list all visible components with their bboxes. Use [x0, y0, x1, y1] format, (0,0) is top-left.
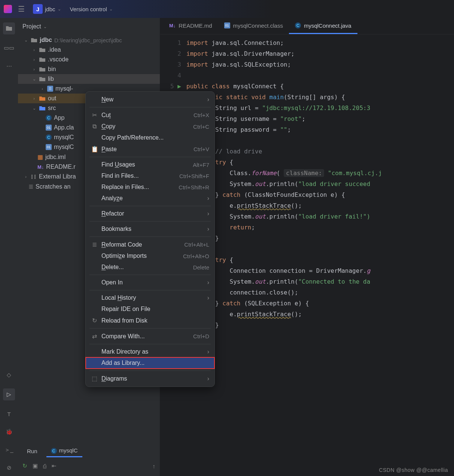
tree-item-lib[interactable]: ⌄ lib — [18, 74, 160, 84]
tree-label: External Libra — [39, 173, 76, 180]
build-tool-button[interactable]: T — [4, 409, 13, 418]
run-tool-button[interactable]: ▷ — [3, 388, 15, 400]
class-icon: C — [46, 115, 52, 121]
tree-label: .idea — [48, 46, 61, 53]
stop-button[interactable]: ▣ — [33, 463, 38, 469]
ctx-open-in[interactable]: Open In› — [86, 277, 214, 288]
class-icon: C — [51, 448, 57, 454]
editor-tabs: M↓ README.md 01 mysqlConnect.class C mys… — [160, 18, 454, 34]
ctx-refactor[interactable]: Refactor› — [86, 208, 214, 219]
tab-label: mysqlConnect.java — [304, 22, 351, 29]
expander-icon[interactable]: ⌄ — [31, 77, 37, 82]
ctx-find-usages[interactable]: Find UsagesAlt+F7 — [86, 159, 214, 170]
tab-java[interactable]: C mysqlConnect.java — [289, 18, 357, 34]
left-tool-rail: ▭▭ ⋯ ◇ ▷ T 🐞 ＞_ ⊘ — [0, 18, 18, 476]
project-tool-button[interactable] — [3, 22, 15, 34]
services-tool-button[interactable]: ◇ — [4, 370, 13, 379]
ctx-cut[interactable]: ✂CutCtrl+X — [86, 109, 214, 121]
classfile-icon: 01 — [224, 22, 230, 28]
tree-label: Scratches an — [36, 183, 70, 190]
project-chip-icon: J — [33, 4, 43, 14]
screenshot-button[interactable]: ⎙ — [43, 463, 46, 469]
ctx-mark-directory-as[interactable]: Mark Directory as› — [86, 346, 214, 357]
expander-icon[interactable]: › — [31, 96, 37, 101]
tab-class[interactable]: 01 mysqlConnect.class — [218, 18, 289, 34]
ctx-reload-from-disk[interactable]: ↻Reload from Disk — [86, 315, 214, 326]
tree-label: src — [48, 105, 56, 112]
tree-item-bin[interactable]: › bin — [18, 64, 160, 74]
chevron-down-icon: ⌄ — [58, 7, 61, 12]
intellij-logo-icon — [4, 5, 12, 13]
tree-label: README.r — [46, 164, 75, 170]
markdown-icon: M↓ — [169, 23, 176, 28]
ctx-delete[interactable]: Delete...Delete — [86, 262, 214, 273]
ctx-find-in-files[interactable]: Find in Files...Ctrl+Shift+F — [86, 170, 214, 181]
tree-label: jdbc.iml — [45, 154, 65, 161]
ctx-diagrams[interactable]: ⬚Diagrams› — [86, 373, 214, 384]
expander-icon[interactable]: › — [23, 174, 28, 179]
tree-label: mysqlC — [54, 134, 74, 141]
ctx-replace-in-files[interactable]: Replace in Files...Ctrl+Shift+R — [86, 181, 214, 193]
run-gutter-icon[interactable]: ▶ — [177, 83, 181, 90]
tree-label: jdbc — [40, 37, 52, 43]
ctx-optimize-imports[interactable]: Optimize ImportsCtrl+Alt+O — [86, 250, 214, 262]
markdown-icon: M↓ — [37, 164, 44, 170]
context-menu: New› ✂CutCtrl+X ⧉CopyCtrl+C Copy Path/Re… — [85, 91, 215, 387]
reformat-icon: ≣ — [91, 241, 98, 248]
expander-icon[interactable]: ⌄ — [31, 106, 37, 111]
classfile-icon: 01 — [46, 144, 52, 150]
rerun-button[interactable]: ↻ — [22, 463, 27, 469]
scratches-icon: ≣ — [28, 183, 33, 190]
project-panel-header[interactable]: Project ⌄ — [18, 18, 160, 35]
ctx-repair-ide[interactable]: Repair IDE on File — [86, 303, 214, 315]
ctx-analyze[interactable]: Analyze› — [86, 193, 214, 204]
exit-button[interactable]: ⇤ — [52, 463, 57, 469]
version-control-menu[interactable]: Version control ⌄ — [68, 4, 115, 14]
iml-icon: ▦ — [37, 153, 43, 161]
project-selector[interactable]: J jdbc ⌄ — [31, 3, 63, 15]
jar-icon: ☰ — [47, 86, 53, 92]
ctx-reformat[interactable]: ≣Reformat CodeCtrl+Alt+L — [86, 239, 214, 250]
tab-label: README.md — [179, 22, 212, 29]
more-tool-button[interactable]: ⋯ — [4, 61, 13, 70]
reload-icon: ↻ — [91, 317, 98, 324]
main-menu-button[interactable]: ☰ — [16, 3, 26, 15]
ctx-paste[interactable]: 📋PasteCtrl+V — [86, 143, 214, 155]
titlebar: ☰ J jdbc ⌄ Version control ⌄ — [0, 0, 454, 18]
paste-icon: 📋 — [91, 146, 98, 153]
expander-icon[interactable]: › — [31, 48, 37, 52]
ctx-add-as-library[interactable]: Add as Library... — [86, 357, 214, 369]
ctx-bookmarks[interactable]: Bookmarks› — [86, 223, 214, 235]
structure-tool-button[interactable]: ▭▭ — [4, 43, 13, 52]
run-tab-run[interactable]: Run — [22, 446, 42, 457]
debug-tool-button[interactable]: 🐞 — [4, 427, 13, 436]
vc-label: Version control — [70, 6, 107, 12]
class-icon: C — [46, 134, 52, 140]
ctx-local-history[interactable]: Local History› — [86, 292, 214, 303]
tree-item-vscode[interactable]: › .vscode — [18, 55, 160, 64]
run-tab-config[interactable]: CmysqlC — [46, 445, 82, 457]
ctx-copy[interactable]: ⧉CopyCtrl+C — [86, 121, 214, 132]
ctx-new[interactable]: New› — [86, 94, 214, 105]
ctx-compare-with[interactable]: ⇄Compare With...Ctrl+D — [86, 330, 214, 342]
up-button[interactable]: ↑ — [153, 463, 156, 469]
terminal-tool-button[interactable]: ＞_ — [4, 445, 13, 454]
tree-path: D:\learing\jdbc_project\jdbc — [54, 37, 122, 43]
class-icon: C — [295, 22, 301, 28]
copy-icon: ⧉ — [91, 123, 98, 130]
tab-readme[interactable]: M↓ README.md — [163, 18, 218, 34]
tree-root[interactable]: ⌄ jdbc D:\learing\jdbc_project\jdbc — [18, 35, 160, 45]
diagram-icon: ⬚ — [91, 375, 98, 382]
expander-icon[interactable]: › — [31, 57, 37, 62]
problems-tool-button[interactable]: ⊘ — [4, 463, 13, 472]
project-name: jdbc — [45, 6, 55, 12]
tree-item-idea[interactable]: › .idea — [18, 45, 160, 55]
ctx-copy-path[interactable]: Copy Path/Reference... — [86, 132, 214, 143]
run-panel: Run CmysqlC ↻ ▣ ⎙ ⇤ ↑ — [18, 442, 160, 476]
expander-icon[interactable]: ⌄ — [23, 38, 28, 43]
code-editor[interactable]: import java.sql.Connection; import java.… — [186, 34, 382, 476]
watermark: CSDN @show @@camellia — [379, 467, 448, 473]
expander-icon[interactable]: › — [31, 67, 37, 71]
tree-label: App.cla — [54, 124, 74, 131]
expander-icon[interactable]: › — [40, 86, 45, 91]
